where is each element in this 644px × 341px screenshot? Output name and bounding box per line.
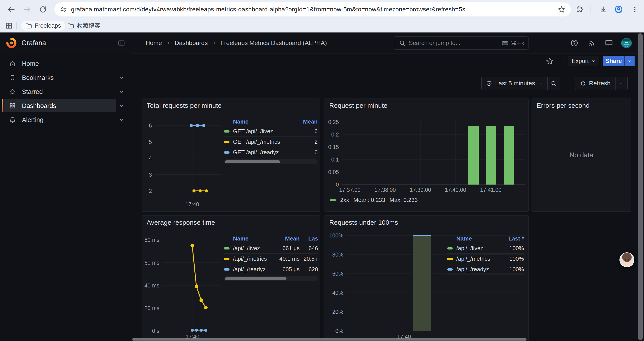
legend-col-name[interactable]: Name: [447, 235, 500, 242]
url-text[interactable]: grafana.mathmast.com/d/deytv4rwavabkb/fr…: [71, 6, 465, 13]
browser-reload-button[interactable]: [38, 5, 48, 14]
scrollbar-thumb[interactable]: [225, 277, 286, 280]
series-name[interactable]: /api/_/metrics: [456, 255, 500, 262]
chevron-down-icon[interactable]: [118, 75, 125, 81]
user-avatar[interactable]: [621, 38, 632, 48]
bookmark-folder-freeleaps[interactable]: Freeleaps: [21, 21, 65, 31]
sidebar-item-starred[interactable]: Starred: [0, 85, 131, 99]
display-button[interactable]: [604, 39, 613, 47]
series-name[interactable]: 2xx: [340, 197, 349, 203]
series-last: 646: [300, 245, 318, 252]
help-button[interactable]: [570, 39, 579, 47]
series-name[interactable]: GET /api/_/livez: [233, 128, 298, 135]
scrollbar-thumb[interactable]: [225, 160, 280, 163]
legend-row[interactable]: GET /api/_/readyz 6: [224, 147, 318, 158]
legend-col-last[interactable]: Las: [300, 235, 318, 242]
legend-row[interactable]: /api/_/metrics 40.1 ms 20.5 r: [224, 254, 318, 264]
legend-col-name[interactable]: Name: [224, 235, 273, 242]
panel-title[interactable]: Total requests per minute: [147, 102, 222, 109]
share-menu-button[interactable]: [625, 56, 634, 66]
search-input[interactable]: Search or jump to... ⌘+k: [394, 37, 529, 50]
browser-forward-button[interactable]: [22, 5, 32, 14]
grafana-logo[interactable]: [6, 37, 17, 49]
svg-text:0.2: 0.2: [331, 131, 339, 138]
series-name[interactable]: /api/_/metrics: [233, 255, 273, 262]
refresh-interval-button[interactable]: [616, 77, 627, 90]
time-range-picker[interactable]: Last 5 minutes: [482, 80, 547, 87]
legend-row[interactable]: /api/_/livez 661 µs 646: [224, 243, 318, 254]
browser-menu-button[interactable]: [630, 5, 640, 14]
screen: grafana.mathmast.com/d/deytv4rwavabkb/fr…: [0, 0, 644, 341]
series-name[interactable]: /api/_/livez: [456, 245, 500, 252]
panel-title[interactable]: Average response time: [147, 219, 215, 226]
legend-row[interactable]: /api/_/readyz 605 µs 620: [224, 264, 318, 274]
chevron-right-icon: [166, 41, 171, 46]
legend-col-name[interactable]: Name: [224, 118, 298, 125]
svg-text:0 s: 0 s: [152, 328, 159, 334]
zoom-out-time-button[interactable]: [548, 77, 560, 90]
downloads-button[interactable]: [598, 5, 608, 14]
chevron-down-icon[interactable]: [118, 89, 125, 95]
site-settings-icon[interactable]: [60, 6, 68, 14]
browser-profile-button[interactable]: [614, 5, 624, 14]
sidebar-item-dashboards[interactable]: Dashboards: [0, 99, 131, 113]
share-label: Share: [606, 58, 622, 65]
browser-back-button[interactable]: [6, 5, 16, 14]
series-name[interactable]: /api/_/readyz: [233, 266, 273, 273]
legend-inline[interactable]: 2xx Mean: 0.233 Max: 0.233: [330, 197, 418, 203]
svg-text:0.15: 0.15: [328, 144, 339, 150]
legend-col-mean[interactable]: Mean: [273, 235, 300, 242]
vertical-scrollbar[interactable]: [638, 33, 643, 340]
collapse-sidebar-button[interactable]: [117, 39, 126, 47]
request-per-minute-chart[interactable]: 00.050.10.150.20.2517:37:0017:38:0017:39…: [324, 99, 528, 211]
svg-text:17:41:00: 17:41:00: [480, 187, 501, 193]
sidebar-item-alerting[interactable]: Alerting: [0, 113, 131, 127]
series-name[interactable]: GET /api/_/readyz: [233, 149, 298, 156]
legend-col-mean[interactable]: Mean: [298, 118, 318, 125]
help-icon: [570, 39, 578, 47]
assistant-avatar-widget[interactable]: [620, 252, 634, 267]
extensions-button[interactable]: [574, 5, 584, 14]
address-bar[interactable]: grafana.mathmast.com/d/deytv4rwavabkb/fr…: [54, 3, 571, 17]
chevron-down-icon[interactable]: [118, 117, 125, 123]
breadcrumb-dashboards[interactable]: Dashboards: [175, 40, 208, 47]
breadcrumb-home[interactable]: Home: [146, 40, 162, 47]
refresh-button[interactable]: Refresh: [576, 80, 615, 87]
legend-scrollbar[interactable]: [224, 276, 318, 281]
legend-col-last[interactable]: Last *: [500, 235, 524, 242]
bookmark-folder-blogs[interactable]: 收藏博客: [63, 21, 104, 31]
svg-text:80%: 80%: [332, 251, 343, 258]
series-last: 100%: [500, 255, 524, 262]
puzzle-icon: [576, 6, 583, 14]
series-name[interactable]: GET /api/_/metrics: [233, 138, 298, 145]
svg-text:0.1: 0.1: [331, 156, 339, 163]
arrow-left-icon: [7, 5, 16, 14]
legend-row[interactable]: GET /api/_/metrics 2: [224, 137, 318, 147]
legend-row[interactable]: /api/_/readyz 100%: [447, 264, 524, 275]
favorite-dashboard-button[interactable]: [545, 56, 554, 66]
series-last: 100%: [500, 245, 524, 252]
export-button[interactable]: Export: [568, 56, 599, 66]
series-name[interactable]: /api/_/readyz: [456, 266, 500, 273]
legend-row[interactable]: /api/_/metrics 100%: [447, 254, 524, 264]
legend-table: Name Mean Las /api/_/livez 661 µs 646 /a…: [224, 234, 318, 281]
horizontal-scrollbar[interactable]: [132, 338, 526, 340]
legend-scrollbar[interactable]: [224, 159, 318, 164]
sidebar-item-label: Bookmarks: [22, 74, 54, 81]
refresh-icon: [580, 81, 586, 86]
apps-grid-button[interactable]: [4, 22, 13, 30]
legend-row[interactable]: GET /api/_/livez 6: [224, 126, 318, 137]
svg-text:80 ms: 80 ms: [144, 237, 159, 243]
panel-title[interactable]: Requests under 100ms: [329, 219, 398, 226]
series-name[interactable]: /api/_/livez: [233, 245, 273, 252]
sidebar-toggle-icon: [118, 39, 125, 47]
bookmark-star-button[interactable]: [557, 5, 566, 14]
sidebar-item-home[interactable]: Home: [0, 57, 131, 71]
share-button[interactable]: Share: [603, 56, 624, 66]
panel-title[interactable]: Request per minute: [329, 102, 387, 109]
news-button[interactable]: [588, 39, 596, 47]
chevron-down-icon[interactable]: [118, 103, 125, 109]
svg-text:6: 6: [149, 122, 152, 129]
sidebar-item-bookmarks[interactable]: Bookmarks: [0, 71, 131, 85]
legend-row[interactable]: /api/_/livez 100%: [447, 243, 524, 254]
